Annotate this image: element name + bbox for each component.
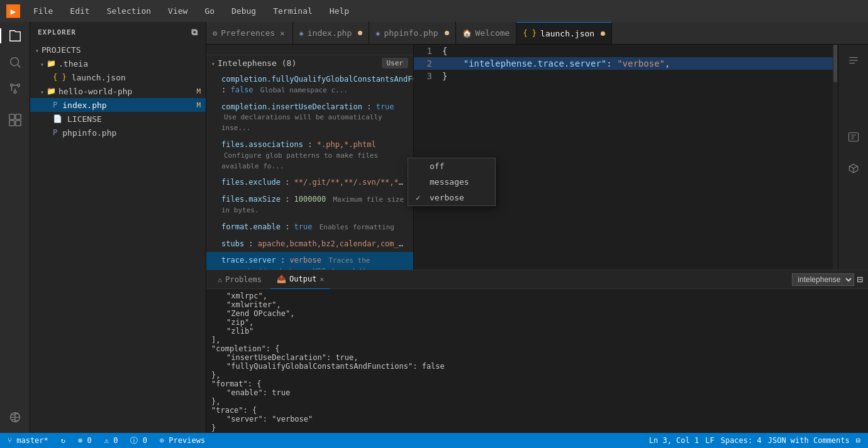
menu-help[interactable]: Help <box>326 6 353 16</box>
sidebar-item-hello-world[interactable]: 📁 hello-world-php M <box>30 84 206 98</box>
phpinfo-label: phpinfo.php <box>62 128 116 138</box>
output-line-zip: "zip", <box>211 318 863 327</box>
settings-item-4[interactable]: files.maxSize : 1000000 Maximum file siz… <box>206 191 413 219</box>
svg-rect-7 <box>9 121 14 126</box>
code-line-3: 3 } <box>414 70 833 82</box>
launch-json-tab-icon: { } <box>523 29 537 38</box>
menu-view[interactable]: View <box>164 6 191 16</box>
svg-line-1 <box>18 65 20 67</box>
sidebar-item-index-php[interactable]: P index.php M <box>30 98 206 112</box>
svg-point-4 <box>14 91 16 94</box>
preferences-tab-close[interactable]: ✕ <box>279 28 286 38</box>
status-right: Ln 3, Col 1 LF Spaces: 4 JSON with Comme… <box>647 436 863 445</box>
tab-launch-json[interactable]: { } launch.json <box>516 22 612 45</box>
sidebar-title: Explorer <box>38 28 76 36</box>
dropdown-item-off[interactable]: off <box>408 158 495 174</box>
settings-item-0[interactable]: completion.fullyQualifyGlobalConstantsAn… <box>206 71 413 99</box>
output-channel: intelephense ⊟ <box>792 273 863 286</box>
output-channel-select[interactable]: intelephense <box>792 273 854 286</box>
intelephense-chevron-icon <box>211 58 218 68</box>
settings-item-3[interactable]: files.exclude : **/.git/**,**/.svn/**,**… <box>206 174 413 191</box>
settings-item-7[interactable]: trace.server : verbose Traces the commun… <box>206 252 413 270</box>
editor-area: ⚙ Preferences ✕ ◈ index.php ◈ phpinfo.ph… <box>206 22 868 433</box>
preferences-tab-label: Preferences <box>221 28 275 38</box>
dropdown-item-messages[interactable]: messages <box>408 174 495 190</box>
output-line-xmlrpc: "xmlrpc", <box>211 292 863 300</box>
sidebar-item-projects[interactable]: PROJECTS <box>30 43 206 57</box>
status-position[interactable]: Ln 3, Col 1 <box>647 436 701 445</box>
remote-activity-icon[interactable] <box>4 407 26 428</box>
tab-welcome[interactable]: 🏠 Welcome <box>456 22 517 45</box>
index-php-label: index.php <box>62 101 106 110</box>
outline-icon[interactable] <box>843 50 864 71</box>
output-tabs: ⚠ Problems 📤 Output ✕ intelephense ⊟ <box>206 270 868 289</box>
settings-panel-header <box>206 45 413 55</box>
settings-panel: Intelephense (8) User completion.fullyQu… <box>206 45 414 270</box>
sidebar-item-phpinfo[interactable]: P phpinfo.php <box>30 126 206 139</box>
output-line-server: "server": "verbose" <box>211 415 863 423</box>
intelephense-group-label: Intelephense (8) <box>218 58 296 68</box>
dropdown-item-verbose[interactable]: ✓ verbose <box>408 190 495 205</box>
setting-key-0: completion.fullyQualifyGlobalConstantsAn… <box>221 75 414 84</box>
tab-phpinfo[interactable]: ◈ phpinfo.php <box>369 22 455 45</box>
svg-point-3 <box>17 84 19 87</box>
output-tab[interactable]: 📤 Output ✕ <box>270 270 330 289</box>
menu-debug[interactable]: Debug <box>228 6 260 16</box>
sidebar-item-license[interactable]: 📄 LICENSE <box>30 112 206 126</box>
menu-selection[interactable]: Selection <box>103 6 155 16</box>
menu-go[interactable]: Go <box>201 6 218 16</box>
tab-index-php[interactable]: ◈ index.php <box>293 22 370 45</box>
search-activity-icon[interactable] <box>4 52 26 73</box>
status-layout[interactable]: ⊟ <box>854 436 863 445</box>
source-control-activity-icon[interactable] <box>4 78 26 99</box>
settings-item-6[interactable]: stubs : apache,bcmath,bz2,calendar,com_d… <box>206 236 413 253</box>
preferences-tab-icon: ⚙ <box>213 29 217 38</box>
tab-preferences[interactable]: ⚙ Preferences ✕ <box>206 22 293 45</box>
position-label: Ln 3, Col 1 <box>649 436 699 445</box>
menu-terminal[interactable]: Terminal <box>269 6 316 16</box>
branch-label: ⑂ master* <box>8 436 48 445</box>
output-line-zlib: "zlib" <box>211 327 863 336</box>
scrollbar-thumb[interactable] <box>833 45 837 82</box>
package-icon[interactable] <box>843 158 864 179</box>
status-branch[interactable]: ⑂ master* <box>5 433 51 448</box>
settings-item-2[interactable]: files.associations : *.php,*.phtml Confi… <box>206 136 413 174</box>
output-line-format: "format": { <box>211 380 863 388</box>
code-content-3: } <box>442 70 833 82</box>
code-editor[interactable]: 1 { 2 "intelephense.trace.server": "verb… <box>414 45 833 270</box>
menu-edit[interactable]: Edit <box>66 6 93 16</box>
output-tab-close[interactable]: ✕ <box>320 275 324 283</box>
settings-item-1[interactable]: completion.insertUseDeclaration : true U… <box>206 99 413 136</box>
output-line-zend: "Zend OPcache", <box>211 309 863 318</box>
hello-world-label: hello-world-php <box>58 87 132 96</box>
app-icon[interactable]: ▶ <box>6 4 20 18</box>
line-num-1: 1 <box>417 45 442 57</box>
settings-item-5[interactable]: format.enable : true Enables formatting <box>206 219 413 236</box>
extensions-activity-icon[interactable] <box>4 109 26 131</box>
sidebar-item-launch-json[interactable]: { } launch.json <box>30 70 206 84</box>
status-line-ending[interactable]: LF <box>703 436 716 445</box>
setting-key-3: files.exclude <box>221 178 281 187</box>
messages-label: messages <box>430 177 469 187</box>
output-layout-icon[interactable]: ⊟ <box>857 273 863 285</box>
intelephense-group-header[interactable]: Intelephense (8) User <box>206 55 413 71</box>
sidebar-item-theia[interactable]: 📁 .theia <box>30 57 206 70</box>
status-sync[interactable]: ↻ <box>58 433 68 448</box>
status-previews[interactable]: ⊙ Previews <box>157 433 208 448</box>
menu-file[interactable]: File <box>30 6 57 16</box>
timeline-icon[interactable] <box>843 126 864 148</box>
status-warnings[interactable]: ⚠ 0 <box>102 433 121 448</box>
status-errors[interactable]: ⊗ 0 <box>75 433 94 448</box>
status-info[interactable]: ⓘ 0 <box>128 433 149 448</box>
sidebar-copy-icon[interactable]: ⧉ <box>191 27 198 38</box>
hello-world-chevron-icon <box>40 87 47 96</box>
index-php-tab-label: index.php <box>308 28 352 38</box>
status-spaces[interactable]: Spaces: 4 <box>718 436 764 445</box>
right-panel <box>838 45 868 270</box>
mini-scrollbar <box>833 45 838 270</box>
status-language[interactable]: JSON with Comments <box>765 436 852 445</box>
explorer-icon[interactable] <box>4 25 26 46</box>
hello-world-badge: M <box>196 87 201 96</box>
problems-tab[interactable]: ⚠ Problems <box>211 270 268 289</box>
output-line-bracket2: }, <box>211 371 863 380</box>
